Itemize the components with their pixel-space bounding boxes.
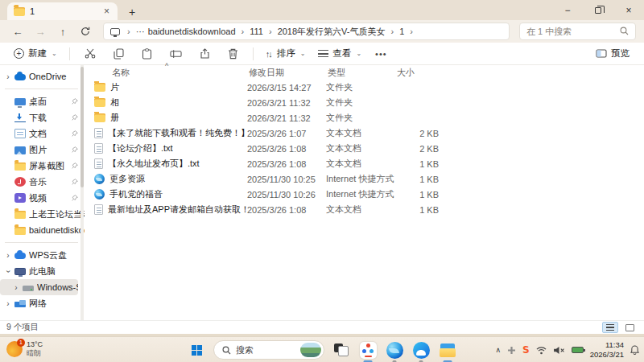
table-row[interactable]: 册 2026/3/21 11:32文件夹	[85, 110, 644, 125]
explorer-tab[interactable]: 1 ×	[7, 2, 118, 20]
thumbnail-view-toggle[interactable]	[621, 322, 638, 333]
view-button[interactable]: 查看 ⌄	[312, 44, 367, 64]
chevron-right-icon[interactable]: ›	[5, 299, 11, 308]
sort-arrows-icon: ↑↓	[266, 49, 271, 59]
column-header-size[interactable]: 大小	[395, 67, 439, 79]
new-button[interactable]: + 新建 ⌄	[8, 44, 63, 64]
restore-icon	[595, 7, 601, 14]
sidebar-item-documents[interactable]: 文档	[0, 125, 85, 142]
weather-widget[interactable]: 1 13°C 晴朗	[6, 340, 43, 358]
input-method-button[interactable]: S	[522, 344, 530, 356]
task-view-icon	[334, 343, 349, 356]
minimize-button[interactable]: −	[552, 0, 583, 20]
taskbar-app-360[interactable]	[358, 339, 378, 360]
paste-button[interactable]	[134, 48, 160, 60]
sidebar-scrollbar[interactable]	[80, 65, 84, 320]
breadcrumb-item[interactable]: 2018年发行第六V-气质美女	[278, 26, 386, 38]
taskbar-app-browser[interactable]	[411, 339, 431, 360]
share-button[interactable]	[192, 48, 218, 59]
share-icon	[200, 48, 210, 59]
notifications-button[interactable]	[630, 345, 639, 355]
delete-button[interactable]	[220, 48, 246, 60]
table-row[interactable]: 片 2026/3/15 14:27文件夹	[85, 80, 644, 95]
rename-button[interactable]	[162, 49, 190, 59]
battery-icon[interactable]	[572, 347, 584, 353]
clock[interactable]: 11:34 2026/3/21	[590, 340, 624, 360]
chevron-right-icon[interactable]: ›	[5, 72, 11, 81]
sidebar-item-videos[interactable]: 视频	[0, 190, 85, 206]
document-icon	[14, 129, 26, 138]
music-icon	[14, 177, 26, 187]
window-controls: − ×	[552, 0, 644, 20]
chevron-down-icon: ⌄	[300, 50, 306, 57]
status-bar: 9 个项目	[0, 320, 644, 334]
search-input[interactable]: 在 1 中搜索	[519, 23, 636, 40]
hidden-icons-button[interactable]: ∧	[495, 346, 501, 354]
wifi-button[interactable]	[536, 346, 547, 355]
column-header-name[interactable]: 名称	[110, 67, 247, 79]
hard-drive-icon	[23, 286, 34, 291]
start-button[interactable]	[187, 339, 206, 360]
details-view-toggle[interactable]	[602, 322, 618, 333]
taskbar-search-placeholder: 搜索	[236, 344, 254, 356]
more-options-button[interactable]: •••	[369, 49, 394, 59]
pin-icon	[72, 129, 78, 138]
sidebar-item-folder[interactable]: 上老王论坛当老三	[0, 206, 85, 222]
tab-close-icon[interactable]: ×	[102, 6, 111, 16]
sidebar: › OneDrive 桌面 下载	[0, 65, 85, 320]
copy-button[interactable]	[105, 48, 132, 60]
table-row[interactable]: 手机党的福音 2025/11/30 10:26Internet 快捷方式1 KB	[85, 187, 644, 202]
onedrive-cloud-icon	[14, 74, 26, 80]
taskbar-search[interactable]: 搜索	[213, 340, 324, 360]
volume-button[interactable]	[553, 346, 565, 355]
tray-app-button[interactable]	[507, 346, 516, 355]
column-header-date[interactable]: 修改日期	[247, 67, 326, 79]
new-tab-button[interactable]: +	[129, 6, 135, 18]
chevron-right-icon: ›	[266, 27, 275, 36]
preview-toggle-button[interactable]: 预览	[596, 47, 636, 60]
sidebar-item-windows-ssd[interactable]: › Windows-SSD	[0, 279, 78, 295]
sort-button[interactable]: ↑↓ 排序 ⌄	[260, 44, 312, 64]
folder-icon	[94, 83, 105, 92]
sidebar-item-folder[interactable]: baidunetdiskdownload	[0, 222, 85, 238]
task-view-button[interactable]	[332, 339, 351, 360]
chevron-right-icon[interactable]: ›	[13, 283, 19, 292]
sidebar-item-music[interactable]: 音乐	[0, 174, 85, 190]
table-row[interactable]: 【永久地址发布页】.txt 2025/3/26 1:08文本文档1 KB	[85, 156, 644, 171]
chevron-down-icon[interactable]: ›	[4, 268, 13, 274]
sidebar-item-wps-cloud[interactable]: › WPS云盘	[0, 247, 85, 263]
sidebar-item-pictures[interactable]: 图片	[0, 142, 85, 158]
sidebar-item-onedrive[interactable]: › OneDrive	[0, 68, 85, 84]
divider	[5, 88, 78, 89]
table-row[interactable]: 相 2026/3/21 11:32文件夹	[85, 95, 644, 110]
cut-button[interactable]	[76, 48, 104, 59]
breadcrumb-item[interactable]: baidunetdiskdownload	[148, 27, 236, 36]
breadcrumb-item[interactable]: 111	[250, 27, 263, 36]
weather-badge: 1	[17, 339, 25, 347]
sidebar-item-this-pc[interactable]: › 此电脑	[0, 263, 85, 279]
table-row[interactable]: 最新地址及APP请发邮箱自动获取！！！.txt 2025/3/26 1:08文本…	[85, 202, 644, 217]
table-row[interactable]: 【论坛介绍】.txt 2025/3/26 1:08文本文档2 KB	[85, 141, 644, 156]
taskbar-app-edge[interactable]	[385, 339, 404, 360]
search-icon	[222, 346, 231, 355]
sidebar-item-desktop[interactable]: 桌面	[0, 93, 85, 109]
back-button[interactable]: ←	[8, 26, 27, 38]
sidebar-item-screenshots[interactable]: 屏幕截图	[0, 158, 85, 174]
refresh-button[interactable]	[76, 27, 95, 36]
chevron-right-icon[interactable]: ›	[5, 251, 11, 260]
address-bar[interactable]: › ··· baidunetdiskdownload › 111 › 2018年…	[103, 23, 510, 40]
table-row[interactable]: 更多资源 2025/11/30 10:25Internet 快捷方式1 KB	[85, 171, 644, 187]
table-row[interactable]: 【来了就能下载和观看！纯免费！】.txt 2025/3/26 1:07文本文档2…	[85, 125, 644, 141]
breadcrumb-overflow[interactable]: ···	[136, 27, 145, 36]
column-header-type[interactable]: 类型	[326, 67, 395, 79]
chevron-right-icon: ›	[389, 27, 397, 36]
forward-button[interactable]: →	[31, 26, 50, 38]
pin-icon	[72, 161, 78, 171]
close-button[interactable]: ×	[613, 0, 644, 20]
restore-button[interactable]	[583, 0, 613, 20]
sidebar-item-network[interactable]: › 网络	[0, 295, 85, 311]
up-button[interactable]: ↑	[53, 26, 72, 38]
sidebar-item-downloads[interactable]: 下载	[0, 109, 85, 125]
taskbar-app-explorer[interactable]	[438, 339, 457, 360]
breadcrumb-item[interactable]: 1	[399, 27, 404, 36]
